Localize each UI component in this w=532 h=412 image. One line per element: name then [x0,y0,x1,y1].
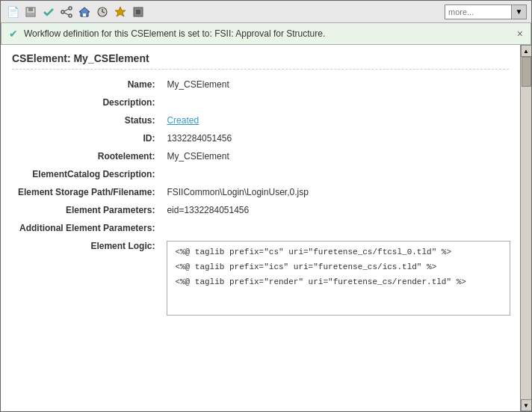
field-status: Status: Created [12,111,516,129]
field-label-additional-parameters: Additional Element Parameters: [12,219,161,237]
scroll-track [521,57,532,399]
svg-point-4 [61,10,64,13]
success-icon: ✔ [9,28,18,40]
field-value-status: Created [161,111,516,129]
field-label-description: Description: [12,93,161,111]
field-label-id: ID: [12,129,161,147]
notification-text: Workflow definition for this CSElement i… [24,28,325,39]
field-label-name: Name: [12,76,161,93]
new-icon[interactable]: 📄 [5,4,20,19]
scroll-up-button[interactable]: ▲ [521,45,532,57]
svg-point-3 [69,7,72,10]
field-value-parameters: eid=1332284051456 [161,201,516,219]
star-icon[interactable] [113,4,128,19]
code-line-3: <%@ taglib prefix="render" uri="furetens… [175,277,502,286]
field-label-element-logic: Element Logic: [12,237,161,319]
notification-bar: ✔ Workflow definition for this CSElement… [1,23,531,45]
close-notification-button[interactable]: × [517,28,523,40]
main-content: CSElement: My_CSElement Name: My_CSEleme… [1,45,520,411]
svg-rect-15 [136,10,140,14]
svg-marker-13 [115,7,126,16]
field-label-catalog-description: ElementCatalog Description: [12,165,161,183]
field-rootelement: Rootelement: My_CSElement [12,147,516,165]
code-editor[interactable]: <%@ taglib prefix="cs" uri="furetense_cs… [167,241,510,316]
field-value-catalog-description [161,165,516,183]
scrollbar: ▲ ▼ [520,45,531,411]
field-value-element-logic: <%@ taglib prefix="cs" uri="furetense_cs… [161,237,516,319]
scroll-thumb[interactable] [522,57,531,87]
field-value-rootelement: My_CSElement [161,147,516,165]
form-table: Name: My_CSElement Description: Status: … [12,76,516,319]
share-icon[interactable] [59,4,74,19]
filter-icon[interactable] [131,4,146,19]
svg-point-5 [69,14,72,17]
field-value-id: 1332284051456 [161,129,516,147]
field-label-parameters: Element Parameters: [12,201,161,219]
field-description: Description: [12,93,516,111]
field-label-status: Status: [12,111,161,129]
page-title: CSElement: My_CSElement [12,52,509,70]
check-icon[interactable] [41,4,56,19]
content-area: CSElement: My_CSElement Name: My_CSEleme… [1,45,531,411]
svg-line-7 [64,13,69,15]
field-value-name: My_CSElement [161,76,516,93]
code-line-2: <%@ taglib prefix="ics" uri="furetense_c… [175,262,502,271]
field-storage-path: Element Storage Path/Filename: FSIICommo… [12,183,516,201]
svg-rect-1 [28,7,33,11]
home-icon[interactable] [77,4,92,19]
field-value-storage-path: FSIICommon\Login\LoginUser,0.jsp [161,183,516,201]
scroll-down-button[interactable]: ▼ [521,399,532,411]
code-line-1: <%@ taglib prefix="cs" uri="furetense_cs… [175,247,502,256]
field-value-additional-parameters [161,219,516,237]
field-element-logic: Element Logic: <%@ taglib prefix="cs" ur… [12,237,516,319]
status-link[interactable]: Created [167,115,199,126]
field-label-storage-path: Element Storage Path/Filename: [12,183,161,201]
svg-line-6 [64,9,69,11]
dropdown-input[interactable] [445,4,512,19]
save-icon[interactable] [23,4,38,19]
field-name: Name: My_CSElement [12,76,516,93]
svg-rect-9 [83,13,86,16]
svg-rect-2 [27,13,34,16]
dropdown-button[interactable]: ▼ [512,4,527,19]
toolbar-dropdown: ▼ [445,4,527,19]
field-additional-parameters: Additional Element Parameters: [12,219,516,237]
main-window: 📄 [0,0,532,412]
toolbar: 📄 [1,1,531,23]
field-parameters: Element Parameters: eid=1332284051456 [12,201,516,219]
field-value-description [161,93,516,111]
field-id: ID: 1332284051456 [12,129,516,147]
field-catalog-description: ElementCatalog Description: [12,165,516,183]
clock-icon[interactable] [95,4,110,19]
field-label-rootelement: Rootelement: [12,147,161,165]
